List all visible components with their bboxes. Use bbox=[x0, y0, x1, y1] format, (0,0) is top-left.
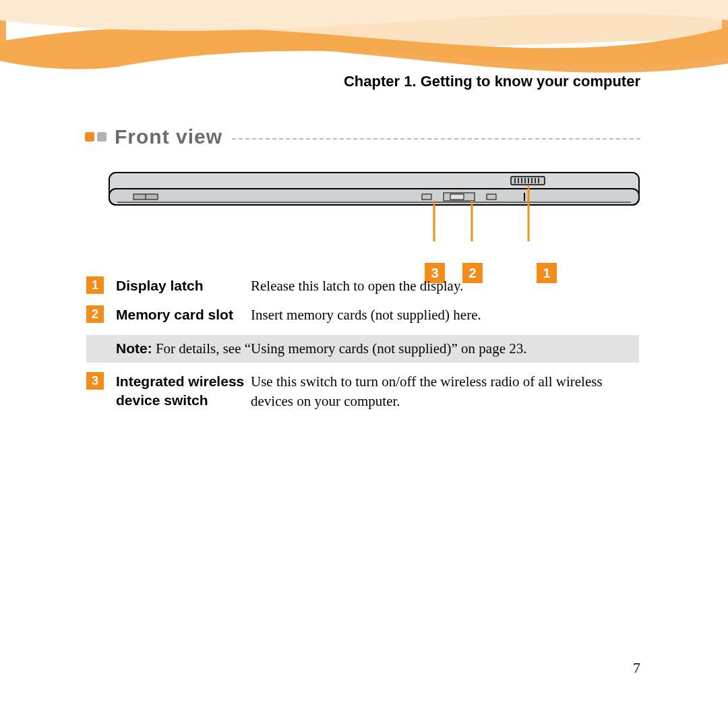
item-description: Use this switch to turn on/off the wirel… bbox=[251, 372, 639, 412]
chapter-title: Chapter 1. Getting to know your computer bbox=[344, 73, 640, 90]
list-item: 3 Integrated wireless device switch Use … bbox=[86, 372, 639, 412]
item-number-badge: 1 bbox=[86, 276, 104, 294]
svg-rect-6 bbox=[511, 177, 545, 185]
item-term: Display latch bbox=[116, 276, 251, 295]
item-number-badge: 2 bbox=[86, 305, 104, 323]
definition-list: 1 Display latch Release this latch to op… bbox=[86, 276, 639, 421]
svg-rect-17 bbox=[450, 194, 464, 200]
note-bar: Note: For details, see “Using memory car… bbox=[86, 335, 639, 363]
front-view-diagram: 3 2 1 bbox=[108, 169, 640, 283]
section-divider bbox=[232, 138, 640, 140]
item-description: Insert memory cards (not supplied) here. bbox=[251, 305, 639, 325]
section-heading: Front view bbox=[85, 125, 640, 148]
page-number: 7 bbox=[633, 659, 640, 677]
item-number-badge: 3 bbox=[86, 372, 104, 390]
note-text: For details, see “Using memory cards (no… bbox=[152, 340, 527, 357]
note-label: Note: bbox=[116, 340, 152, 356]
list-item: 1 Display latch Release this latch to op… bbox=[86, 276, 639, 296]
list-item: 2 Memory card slot Insert memory cards (… bbox=[86, 305, 639, 325]
section-title: Front view bbox=[115, 125, 222, 148]
svg-rect-15 bbox=[422, 194, 431, 200]
section-bullets-icon bbox=[85, 132, 107, 142]
svg-rect-18 bbox=[487, 194, 496, 200]
item-description: Release this latch to open the display. bbox=[251, 276, 639, 296]
page-header-decor bbox=[0, 0, 728, 108]
item-term: Integrated wireless device switch bbox=[116, 372, 251, 411]
item-term: Memory card slot bbox=[116, 305, 251, 324]
